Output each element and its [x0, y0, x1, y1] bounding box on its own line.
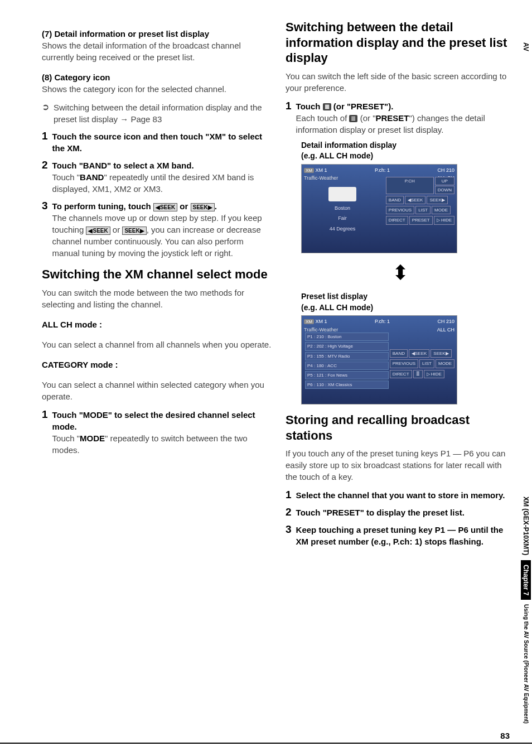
seek-right-button[interactable]: SEEK▶	[431, 349, 451, 358]
step-number-1: 1	[42, 131, 48, 142]
hide-button[interactable]: ▷ HIDE	[424, 370, 444, 378]
allch-label: ALL CH mode :	[42, 319, 272, 330]
preset-item-2[interactable]: P2 : 202 : High Voltage	[305, 342, 389, 350]
xref-icon: ➲	[42, 102, 49, 112]
pch-button[interactable]: P.CH	[386, 177, 434, 194]
storing-intro: If you touch any of the preset tuning ke…	[286, 447, 515, 483]
page-number: 83	[500, 731, 510, 740]
seek-left-icon: ◀SEEK	[86, 227, 110, 235]
preset-item-3[interactable]: P3 : 155 : MTV Radio	[305, 352, 389, 360]
switch-display-intro: You can switch the left side of the basi…	[286, 70, 515, 94]
side-tab: AV XM (GEX-P10XMT) Chapter 7 Using the A…	[520, 33, 532, 734]
up-button[interactable]: UP	[435, 177, 454, 185]
band-button[interactable]: BAND	[386, 196, 404, 204]
item-7-body: Shows the detail information of the broa…	[42, 40, 272, 63]
step-number-1b: 1	[42, 409, 48, 421]
list-button[interactable]: LIST	[419, 359, 434, 368]
preset-display-screenshot: XM XM 1 P.ch: 1 CH 210 Traffic-Weather A…	[301, 315, 457, 405]
preset-item-1[interactable]: P1 : 210 : Boston	[305, 333, 389, 341]
step-1-head: Touch the source icon and then touch "XM…	[52, 131, 272, 154]
step-number-3: 3	[42, 200, 48, 212]
hide-button[interactable]: ▷ HIDE	[434, 216, 454, 224]
step-number-3b: 3	[286, 524, 292, 536]
touch-preset-head: Touch ≣ (or "PRESET").	[296, 100, 515, 112]
previous-button[interactable]: PREVIOUS	[386, 206, 414, 214]
category-label: CATEGORY mode :	[42, 359, 272, 370]
store-step-2: Touch "PRESET" to display the preset lis…	[296, 507, 515, 518]
preset-item-4[interactable]: P4 : 180 : ACC	[305, 362, 389, 370]
mode-step-head: Touch "MODE" to select the desired chann…	[52, 409, 272, 432]
touch-preset-body: Each touch of ≣ (or "PRESET") changes th…	[296, 112, 515, 136]
heading-switch-mode: Switching the XM channel select mode	[42, 267, 272, 282]
preset-button[interactable]: PRESET	[409, 216, 433, 224]
list-button[interactable]: LIST	[415, 206, 431, 214]
seek-left-button[interactable]: ◀SEEK	[409, 349, 429, 358]
note-preset-display: Preset list display (e.g. ALL CH mode)	[301, 291, 515, 313]
mode-step-body: Touch "MODE" repeatedly to switch betwee…	[52, 432, 272, 456]
item-8-body: Shows the category icon for the selected…	[42, 83, 272, 95]
xref-page: Page 83	[130, 114, 162, 124]
step-3-head: To perform tuning, touch ◀SEEK or SEEK▶.	[52, 200, 272, 212]
heading-storing: Storing and recalling broadcast stations	[286, 412, 515, 443]
step-number-1d: 1	[286, 489, 292, 501]
step-number-2: 2	[42, 160, 48, 171]
step-2-head: Touch "BAND" to select a XM band.	[52, 160, 272, 171]
band-button[interactable]: BAND	[390, 349, 408, 358]
seek-left-button[interactable]: ◀SEEK	[405, 196, 425, 204]
item-7-title: (7) Detail information or preset list di…	[42, 28, 272, 40]
category-body: You can select a channel within selected…	[42, 379, 272, 402]
preset-item-6[interactable]: P6 : 110 : XM Classics	[305, 381, 389, 389]
seek-right-icon: SEEK▶	[122, 227, 146, 235]
heading-switch-display: Switching between the detail information…	[286, 20, 515, 66]
item-8-title: (8) Category icon	[42, 71, 272, 83]
side-using-label: Using the AV Source (Pioneer AV Equipmen…	[522, 600, 530, 728]
arrow-right-icon: →	[120, 114, 128, 124]
step-3-body: The channels move up or down step by ste…	[52, 212, 272, 259]
side-chapter-label: Chapter 7	[521, 560, 531, 600]
step-number-2b: 2	[286, 507, 292, 518]
xm-logo: XM	[304, 319, 314, 324]
step-2-body: Touch "BAND" repeatedly until the desire…	[52, 171, 272, 195]
list-icon: ≣	[349, 115, 357, 122]
mode-button[interactable]: MODE	[432, 206, 451, 214]
direct-button[interactable]: DIRECT	[386, 216, 408, 224]
xm-logo: XM	[304, 168, 314, 173]
footer-rule	[0, 743, 532, 744]
preset-icon-button[interactable]: ≣	[413, 370, 423, 378]
step-number-1c: 1	[286, 100, 292, 112]
allch-body: You can select a channel from all channe…	[42, 339, 272, 350]
list-icon: ≣	[323, 103, 331, 110]
side-av-label: AV	[521, 39, 531, 55]
preset-item-5[interactable]: P5 : 121 : Fox News	[305, 371, 389, 379]
updown-arrow-icon: ⬍	[286, 259, 515, 287]
cross-reference: ➲ Switching between the detail informati…	[42, 102, 272, 125]
seek-left-icon: ◀SEEK	[153, 203, 177, 211]
switch-mode-intro: You can switch the mode between the two …	[42, 287, 272, 310]
detail-display-screenshot: XM XM 1 P.ch: 1 CH 210 Traffic-Weather A…	[301, 164, 457, 253]
seek-right-button[interactable]: SEEK▶	[427, 196, 447, 204]
store-step-3: Keep touching a preset tuning key P1 — P…	[296, 524, 515, 547]
side-model-label: XM (GEX-P10XMT)	[521, 492, 531, 560]
note-detail-display: Detail information display (e.g. ALL CH …	[301, 140, 515, 162]
mode-button[interactable]: MODE	[436, 359, 454, 368]
seek-right-icon: SEEK▶	[191, 203, 215, 211]
previous-button[interactable]: PREVIOUS	[390, 359, 418, 368]
down-button[interactable]: DOWN	[435, 186, 454, 194]
map-graphic	[328, 187, 356, 201]
direct-button[interactable]: DIRECT	[390, 370, 412, 378]
store-step-1: Select the channel that you want to stor…	[296, 489, 515, 501]
